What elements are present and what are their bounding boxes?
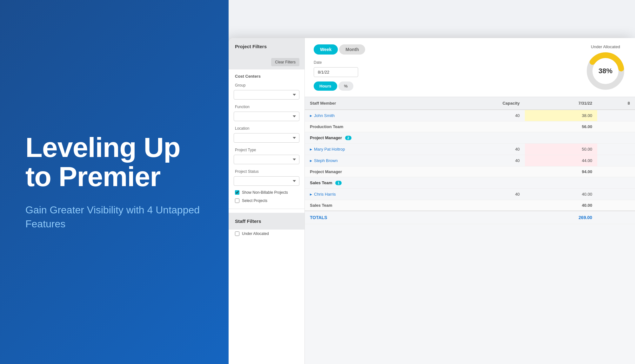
under-allocated-checkbox[interactable] xyxy=(235,231,239,236)
member-name-cell: Chris Harris xyxy=(305,189,442,200)
member-link[interactable]: Mary Pat Holtrop xyxy=(310,147,437,152)
group-label: Group xyxy=(229,81,304,89)
week-month-toggle: Week Month xyxy=(314,44,365,55)
month-button[interactable]: Month xyxy=(339,44,365,55)
member-hours2 xyxy=(597,189,635,200)
project-type-select[interactable] xyxy=(234,155,299,164)
totals-hours1: 269.00 xyxy=(525,211,597,224)
group-row-cell: Sales Team 1 xyxy=(305,177,635,189)
clear-filters-button[interactable]: Clear Filters xyxy=(271,58,299,66)
top-controls: Week Month Date Hours % Under Allocated xyxy=(305,38,635,97)
staff-filters-header: Staff Filters xyxy=(229,213,304,230)
subtotal-capacity xyxy=(442,166,525,177)
under-allocated-row: Under Allocated xyxy=(229,230,304,238)
subtotal-name: Sales Team xyxy=(305,200,442,211)
select-projects-checkbox[interactable] xyxy=(235,198,239,203)
chart-label: Under Allocated xyxy=(591,44,620,49)
subtotal-name: Production Team xyxy=(305,121,442,132)
count-badge: 2 xyxy=(345,136,351,140)
member-capacity: 40 xyxy=(442,144,525,155)
project-type-label: Project Type xyxy=(229,145,304,153)
main-content: Week Month Date Hours % Under Allocated xyxy=(305,38,635,364)
location-select[interactable] xyxy=(234,133,299,143)
col-capacity: Capacity xyxy=(442,97,525,110)
member-name-cell: Mary Pat Holtrop xyxy=(305,144,442,155)
date-section: Date xyxy=(314,60,365,77)
totals-label: TOTALS xyxy=(305,211,442,224)
date-input[interactable] xyxy=(314,67,358,77)
member-capacity: 40 xyxy=(442,155,525,166)
totals-capacity xyxy=(442,211,525,224)
subheading: Gain Greater Visibility with 4 Untapped … xyxy=(25,203,203,231)
member-hours2 xyxy=(597,110,635,121)
unit-toggle: Hours % xyxy=(314,81,365,91)
show-non-billable-label: Show Non-Billable Projects xyxy=(242,190,288,195)
subtotal-hours1: 94.00 xyxy=(525,166,597,177)
col-date2: 8 xyxy=(597,97,635,110)
chart-section: Under Allocated 38% xyxy=(585,44,626,92)
subtotal-hours2 xyxy=(597,166,635,177)
app-window: Project Filters Clear Filters Cost Cente… xyxy=(229,38,635,364)
select-projects-label: Select Projects xyxy=(242,198,267,203)
count-badge: 1 xyxy=(335,181,342,185)
col-date1: 7/31/22 xyxy=(525,97,597,110)
main-heading: Leveling Up to Premier xyxy=(25,133,203,192)
group-row-cell: Project Manager 2 xyxy=(305,132,635,144)
right-panel: Project Filters Clear Filters Cost Cente… xyxy=(229,0,635,364)
member-hours1: 50.00 xyxy=(525,144,597,155)
member-name-cell: Steph Brown xyxy=(305,155,442,166)
chart-percent: 38% xyxy=(598,67,612,75)
cost-centers-header: Cost Centers xyxy=(229,69,304,81)
group-select[interactable] xyxy=(234,90,299,100)
member-capacity: 40 xyxy=(442,189,525,200)
member-link[interactable]: Steph Brown xyxy=(310,158,437,163)
member-hours1: 44.00 xyxy=(525,155,597,166)
staff-table: Staff Member Capacity 7/31/22 8 John Smi… xyxy=(305,97,635,224)
subtotal-capacity xyxy=(442,200,525,211)
week-button[interactable]: Week xyxy=(314,44,338,55)
under-allocated-label: Under Allocated xyxy=(242,231,269,236)
show-non-billable-checkbox[interactable] xyxy=(235,190,239,195)
heading-line2: to Premier xyxy=(25,161,160,192)
subtotal-hours2 xyxy=(597,121,635,132)
controls-section: Week Month Date Hours % xyxy=(314,44,365,91)
member-name-cell: John Smith xyxy=(305,110,442,121)
function-select[interactable] xyxy=(234,112,299,121)
totals-hours2 xyxy=(597,211,635,224)
sidebar-divider-1 xyxy=(229,209,304,209)
table-area: Staff Member Capacity 7/31/22 8 John Smi… xyxy=(305,97,635,364)
location-label: Location xyxy=(229,124,304,132)
clear-filters-row: Clear Filters xyxy=(229,55,304,69)
percent-button[interactable]: % xyxy=(338,81,354,91)
select-projects-row: Select Projects xyxy=(229,197,304,205)
member-hours2 xyxy=(597,155,635,166)
member-link[interactable]: John Smith xyxy=(310,113,437,118)
project-filters-header: Project Filters xyxy=(229,38,304,55)
member-capacity: 40 xyxy=(442,110,525,121)
col-staff-member: Staff Member xyxy=(305,97,442,110)
subtotal-hours1: 56.00 xyxy=(525,121,597,132)
sidebar: Project Filters Clear Filters Cost Cente… xyxy=(229,38,305,364)
member-hours2 xyxy=(597,144,635,155)
project-status-select[interactable] xyxy=(234,176,299,186)
member-hours1: 40.00 xyxy=(525,189,597,200)
subtotal-hours2 xyxy=(597,200,635,211)
project-filters-title: Project Filters xyxy=(235,44,267,49)
staff-filters-title: Staff Filters xyxy=(235,218,261,224)
hours-button[interactable]: Hours xyxy=(314,81,337,91)
subtotal-name: Project Manager xyxy=(305,166,442,177)
donut-chart-area: 38% xyxy=(585,50,626,92)
show-non-billable-row: Show Non-Billable Projects xyxy=(229,188,304,197)
left-panel: Leveling Up to Premier Gain Greater Visi… xyxy=(0,0,229,364)
date-label: Date xyxy=(314,60,365,65)
member-link[interactable]: Chris Harris xyxy=(310,192,437,197)
function-label: Function xyxy=(229,102,304,110)
member-hours1: 38.00 xyxy=(525,110,597,121)
project-status-label: Project Status xyxy=(229,167,304,175)
heading-line1: Leveling Up xyxy=(25,132,180,163)
subtotal-capacity xyxy=(442,121,525,132)
subtotal-hours1: 40.00 xyxy=(525,200,597,211)
